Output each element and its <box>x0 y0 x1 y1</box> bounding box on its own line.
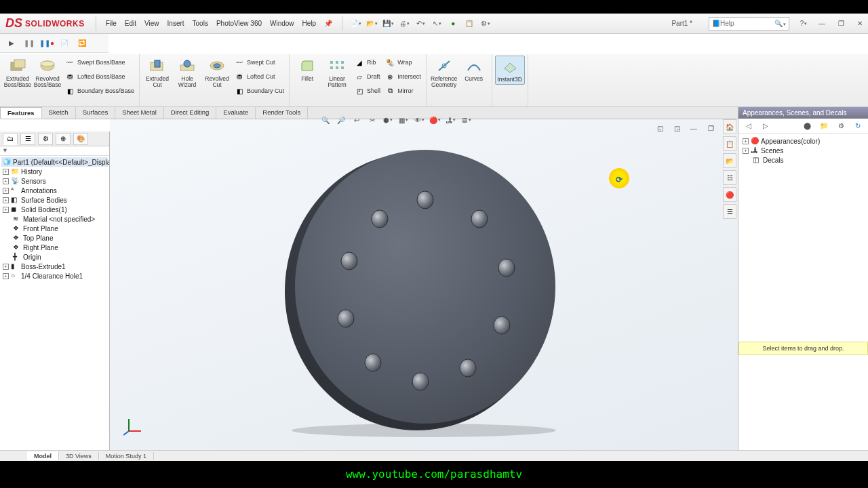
task-appearances-icon[interactable]: 🔴 <box>723 187 736 202</box>
tab-evaluate[interactable]: Evaluate <box>216 107 256 119</box>
fm-tab-config-icon[interactable]: ⚙ <box>38 133 53 145</box>
zoom-fit-icon[interactable]: 🔍 <box>319 114 332 126</box>
tree-solid-bodies[interactable]: +◼Solid Bodies(1) <box>1 205 108 214</box>
print-icon[interactable]: 🖨▾ <box>397 16 412 31</box>
boundary-cut-button[interactable]: ◧Boundary Cut <box>232 84 286 98</box>
expand-icon[interactable]: + <box>3 188 9 194</box>
expand-icon[interactable]: + <box>743 138 749 144</box>
edit-appearance-icon[interactable]: 🔴▾ <box>428 114 441 126</box>
tree-front-plane[interactable]: ❖Front Plane <box>1 224 108 233</box>
revolved-boss-button[interactable]: Revolved Boss/Base <box>33 56 62 89</box>
prev-view-icon[interactable]: ↩ <box>350 114 363 126</box>
apply-scene-icon[interactable]: 🏞▾ <box>443 114 457 126</box>
play-icon[interactable]: ▶ <box>4 36 19 51</box>
tree-top-plane[interactable]: ❖Top Plane <box>1 233 108 243</box>
save-icon[interactable]: 💾▾ <box>380 16 395 31</box>
hide-show-icon[interactable]: 👁▾ <box>412 114 426 126</box>
fm-tab-property-icon[interactable]: ☰ <box>20 133 35 145</box>
fillet-button[interactable]: Fillet <box>292 56 322 83</box>
undo-icon[interactable]: ↶▾ <box>413 16 428 31</box>
hole-wizard-button[interactable]: Hole Wizard <box>172 56 202 89</box>
expand-icon[interactable]: + <box>3 169 9 175</box>
select-icon[interactable]: ↖▾ <box>429 16 444 31</box>
instant3d-button[interactable]: Instant3D <box>495 56 525 85</box>
file-props-icon[interactable]: 📋 <box>462 16 477 31</box>
open-doc-icon[interactable]: 📂▾ <box>364 16 379 31</box>
reference-geometry-button[interactable]: Reference Geometry <box>429 56 459 89</box>
section-view-icon[interactable]: ✂ <box>366 114 379 126</box>
bottom-tab-3dviews[interactable]: 3D Views <box>59 452 99 460</box>
task-custom-props-icon[interactable]: ☰ <box>723 204 736 219</box>
linear-pattern-button[interactable]: Linear Pattern <box>322 56 352 89</box>
menu-file[interactable]: File <box>102 18 121 29</box>
task-file-explorer-icon[interactable]: 📂 <box>723 153 736 168</box>
menu-edit[interactable]: Edit <box>121 18 140 29</box>
vp-restore-icon[interactable]: ❐ <box>703 121 718 136</box>
fm-tab-render-icon[interactable]: 🎨 <box>73 133 88 145</box>
rp-refresh-icon[interactable]: ↻ <box>850 119 865 134</box>
rp-appearances[interactable]: +🔴Appearances(color) <box>741 136 865 146</box>
tree-origin[interactable]: ╋Origin <box>1 252 108 262</box>
fm-tab-tree-icon[interactable]: 🗂 <box>3 133 18 145</box>
intersect-button[interactable]: ⊗Intersect <box>382 70 423 83</box>
tree-sensors[interactable]: +📡Sensors <box>1 176 108 186</box>
tree-root[interactable]: 🧊Part1 (Default<<Default>_Display State <box>1 157 108 167</box>
tree-clearance-hole[interactable]: +○1/4 Clearance Hole1 <box>1 271 108 281</box>
tab-surfaces[interactable]: Surfaces <box>76 107 116 119</box>
zoom-area-icon[interactable]: 🔎 <box>334 114 348 126</box>
bottom-tab-motion-study[interactable]: Motion Study 1 <box>99 452 154 460</box>
rp-scenes[interactable]: +🏞Scenes <box>741 146 865 155</box>
mirror-button[interactable]: ⧉Mirror <box>382 84 423 98</box>
tree-boss-extrude[interactable]: +▮Boss-Extrude1 <box>1 262 108 271</box>
draft-button[interactable]: ▱Draft <box>352 70 382 83</box>
tree-annotations[interactable]: +ᴬAnnotations <box>1 186 108 195</box>
view-orient-icon[interactable]: ⬢▾ <box>381 114 395 126</box>
rp-decals[interactable]: ◫Decals <box>741 155 865 165</box>
menu-photoview[interactable]: PhotoView 360 <box>212 18 266 29</box>
vp-doc-icon[interactable]: ◱ <box>652 121 667 136</box>
task-library-icon[interactable]: 📋 <box>723 136 736 151</box>
menu-view[interactable]: View <box>140 18 163 29</box>
pause-icon[interactable]: ❚❚ <box>22 36 37 51</box>
tree-material[interactable]: ≋Material <not specified> <box>1 214 108 224</box>
window-close[interactable]: ✕ <box>852 17 868 30</box>
help-icon[interactable]: ?▾ <box>796 16 811 31</box>
menu-help[interactable]: Help <box>298 18 321 29</box>
rib-button[interactable]: ◢Rib <box>352 56 382 69</box>
rp-settings-icon[interactable]: ⚙ <box>833 119 848 134</box>
menu-window[interactable]: Window <box>266 18 298 29</box>
expand-icon[interactable]: + <box>3 197 9 203</box>
motion-doc-icon[interactable]: 📄 <box>57 36 72 51</box>
graphics-viewport[interactable]: ◱ ◲ — ❐ ✕ <box>110 119 738 450</box>
menu-pin-icon[interactable]: 📌 <box>320 18 336 29</box>
search-icon[interactable]: 🔍▾ <box>774 20 786 27</box>
revolved-cut-button[interactable]: Revolved Cut <box>202 56 232 89</box>
expand-icon[interactable]: + <box>3 264 9 270</box>
vp-doc2-icon[interactable]: ◲ <box>669 121 684 136</box>
extruded-cut-button[interactable]: Extruded Cut <box>142 56 172 89</box>
expand-icon[interactable]: + <box>743 148 749 154</box>
tab-direct-editing[interactable]: Direct Editing <box>164 107 217 119</box>
expand-icon[interactable]: + <box>3 178 9 184</box>
display-style-icon[interactable]: ▦▾ <box>397 114 410 126</box>
menu-tools[interactable]: Tools <box>189 18 212 29</box>
shell-button[interactable]: ◰Shell <box>352 84 382 98</box>
tab-features[interactable]: Features <box>0 107 42 119</box>
tab-sheet-metal[interactable]: Sheet Metal <box>115 107 164 119</box>
menu-insert[interactable]: Insert <box>163 18 189 29</box>
swept-boss-button[interactable]: 〰Swept Boss/Base <box>62 56 136 69</box>
record-icon[interactable]: ❚❚● <box>39 36 54 51</box>
extruded-boss-button[interactable]: Extruded Boss/Base <box>3 56 33 89</box>
lofted-cut-button[interactable]: ⛃Lofted Cut <box>232 70 286 83</box>
tree-surface-bodies[interactable]: +◧Surface Bodies <box>1 195 108 205</box>
options-icon[interactable]: ⚙▾ <box>478 16 493 31</box>
wrap-button[interactable]: 🌯Wrap <box>382 56 423 69</box>
swept-cut-button[interactable]: 〰Swept Cut <box>232 56 286 69</box>
rp-fwd-icon[interactable]: ▷ <box>758 119 773 134</box>
tab-render-tools[interactable]: Render Tools <box>256 107 308 119</box>
curves-button[interactable]: Curves <box>459 56 489 83</box>
new-doc-icon[interactable]: 📄▾ <box>348 16 363 31</box>
tree-history[interactable]: +📁History <box>1 167 108 176</box>
fm-tab-dim-icon[interactable]: ⊕ <box>56 133 71 145</box>
tab-sketch[interactable]: Sketch <box>42 107 76 119</box>
